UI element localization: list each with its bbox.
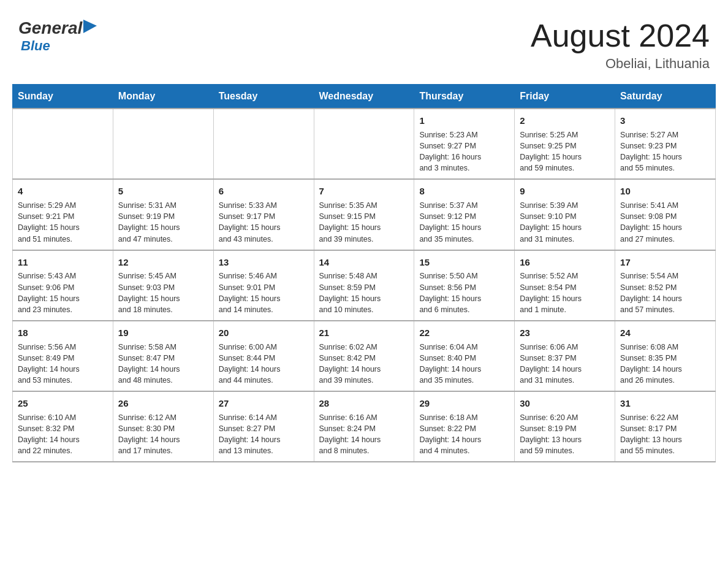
title-section: August 2024 Obeliai, Lithuania [531, 18, 710, 72]
calendar-week-row: 1Sunrise: 5:23 AMSunset: 9:27 PMDaylight… [13, 109, 716, 179]
day-info-line: Daylight: 15 hours [620, 222, 710, 233]
day-number: 15 [419, 256, 509, 269]
day-info-line: Daylight: 15 hours [219, 293, 309, 304]
day-info-line: Daylight: 15 hours [18, 222, 108, 233]
day-info-line: Sunrise: 5:56 AM [18, 342, 108, 353]
day-info-line: Sunset: 8:37 PM [520, 353, 610, 364]
day-number: 12 [118, 256, 208, 269]
day-info-line: and 17 minutes. [118, 445, 208, 456]
calendar-day-6: 6Sunrise: 5:33 AMSunset: 9:17 PMDaylight… [213, 179, 314, 250]
calendar-day-3: 3Sunrise: 5:27 AMSunset: 9:23 PMDaylight… [615, 109, 716, 179]
day-number: 9 [520, 185, 610, 198]
day-info-line: and 4 minutes. [419, 445, 509, 456]
day-info-line: Daylight: 14 hours [18, 434, 108, 445]
svg-marker-0 [83, 20, 97, 33]
day-info-line: Sunset: 9:12 PM [419, 211, 509, 222]
day-info-line: Sunset: 9:15 PM [319, 211, 409, 222]
day-info-line: and 6 minutes. [419, 304, 509, 315]
day-number: 1 [419, 114, 509, 128]
calendar-day-7: 7Sunrise: 5:35 AMSunset: 9:15 PMDaylight… [314, 179, 414, 250]
day-info-line: Daylight: 14 hours [219, 434, 309, 445]
day-info-line: Sunset: 9:01 PM [219, 282, 309, 293]
day-info-line: and 26 minutes. [620, 375, 710, 386]
day-number: 13 [219, 256, 309, 269]
day-info-line: Daylight: 14 hours [620, 364, 710, 375]
day-info-line: Daylight: 15 hours [118, 222, 208, 233]
day-info-line: Sunrise: 5:35 AM [319, 200, 409, 211]
calendar-day-14: 14Sunrise: 5:48 AMSunset: 8:59 PMDayligh… [314, 250, 414, 321]
day-info-line: Daylight: 15 hours [319, 293, 409, 304]
day-number: 17 [620, 256, 710, 269]
day-info-line: and 43 minutes. [219, 234, 309, 245]
day-info-line: Sunrise: 6:20 AM [520, 412, 610, 423]
calendar-day-22: 22Sunrise: 6:04 AMSunset: 8:40 PMDayligh… [414, 321, 515, 391]
day-info-line: Sunset: 8:42 PM [319, 353, 409, 364]
calendar-day-5: 5Sunrise: 5:31 AMSunset: 9:19 PMDaylight… [113, 179, 213, 250]
day-info-line: Sunset: 8:17 PM [620, 423, 710, 434]
day-info-line: and 55 minutes. [620, 445, 710, 456]
day-info-line: Sunset: 8:44 PM [219, 353, 309, 364]
day-info-line: Sunset: 8:30 PM [118, 423, 208, 434]
day-number: 24 [620, 326, 710, 340]
calendar-empty-cell [13, 109, 113, 179]
calendar-day-29: 29Sunrise: 6:18 AMSunset: 8:22 PMDayligh… [414, 391, 515, 462]
day-info-line: Sunrise: 5:43 AM [18, 270, 108, 282]
calendar-empty-cell [213, 109, 314, 179]
day-info-line: Sunrise: 5:25 AM [520, 129, 610, 140]
day-number: 21 [319, 326, 409, 340]
day-info-line: Sunrise: 6:22 AM [620, 412, 710, 423]
day-info-line: and 27 minutes. [620, 234, 710, 245]
weekday-header-sunday: Sunday [13, 85, 113, 109]
calendar-day-25: 25Sunrise: 6:10 AMSunset: 8:32 PMDayligh… [13, 391, 113, 462]
day-info-line: and 59 minutes. [520, 445, 610, 456]
day-number: 8 [419, 185, 509, 198]
day-info-line: Sunset: 9:25 PM [520, 140, 610, 151]
day-info-line: and 18 minutes. [118, 304, 208, 315]
day-info-line: Daylight: 14 hours [319, 364, 409, 375]
day-info-line: Daylight: 14 hours [419, 434, 509, 445]
calendar-day-18: 18Sunrise: 5:56 AMSunset: 8:49 PMDayligh… [13, 321, 113, 391]
day-info-line: Daylight: 14 hours [419, 364, 509, 375]
day-info-line: Daylight: 15 hours [520, 293, 610, 304]
calendar-day-20: 20Sunrise: 6:00 AMSunset: 8:44 PMDayligh… [213, 321, 314, 391]
day-number: 31 [620, 397, 710, 410]
day-info-line: Daylight: 15 hours [319, 222, 409, 233]
day-info-line: Daylight: 14 hours [219, 364, 309, 375]
day-info-line: Sunset: 9:21 PM [18, 211, 108, 222]
day-info-line: and 35 minutes. [419, 234, 509, 245]
calendar-day-28: 28Sunrise: 6:16 AMSunset: 8:24 PMDayligh… [314, 391, 414, 462]
day-info-line: Daylight: 14 hours [620, 293, 710, 304]
day-info-line: Sunset: 8:49 PM [18, 353, 108, 364]
day-info-line: and 10 minutes. [319, 304, 409, 315]
weekday-header-wednesday: Wednesday [314, 85, 414, 109]
day-info-line: and 22 minutes. [18, 445, 108, 456]
day-info-line: Daylight: 15 hours [419, 293, 509, 304]
day-number: 11 [18, 256, 108, 269]
day-info-line: and 39 minutes. [319, 234, 409, 245]
day-info-line: Sunrise: 5:45 AM [118, 270, 208, 282]
day-info-line: Sunrise: 5:46 AM [219, 270, 309, 282]
day-info-line: Sunset: 9:10 PM [520, 211, 610, 222]
day-info-line: Sunrise: 6:00 AM [219, 342, 309, 353]
day-info-line: Daylight: 15 hours [118, 293, 208, 304]
day-info-line: Sunrise: 5:33 AM [219, 200, 309, 211]
day-info-line: Sunset: 9:17 PM [219, 211, 309, 222]
calendar-day-1: 1Sunrise: 5:23 AMSunset: 9:27 PMDaylight… [414, 109, 515, 179]
calendar-header-row: SundayMondayTuesdayWednesdayThursdayFrid… [13, 85, 716, 109]
day-info-line: Sunrise: 5:58 AM [118, 342, 208, 353]
day-info-line: Sunrise: 5:50 AM [419, 270, 509, 282]
calendar-week-row: 4Sunrise: 5:29 AMSunset: 9:21 PMDaylight… [13, 179, 716, 250]
weekday-header-tuesday: Tuesday [213, 85, 314, 109]
logo-triangle-icon [83, 20, 97, 33]
calendar-day-11: 11Sunrise: 5:43 AMSunset: 9:06 PMDayligh… [13, 250, 113, 321]
weekday-header-thursday: Thursday [414, 85, 515, 109]
day-number: 5 [118, 185, 208, 198]
day-number: 25 [18, 397, 108, 410]
day-info-line: Sunset: 9:23 PM [620, 140, 710, 151]
day-info-line: and 1 minute. [520, 304, 610, 315]
month-year-title: August 2024 [531, 18, 710, 53]
weekday-header-saturday: Saturday [615, 85, 716, 109]
day-info-line: Sunrise: 6:10 AM [18, 412, 108, 423]
day-number: 10 [620, 185, 710, 198]
calendar-day-19: 19Sunrise: 5:58 AMSunset: 8:47 PMDayligh… [113, 321, 213, 391]
